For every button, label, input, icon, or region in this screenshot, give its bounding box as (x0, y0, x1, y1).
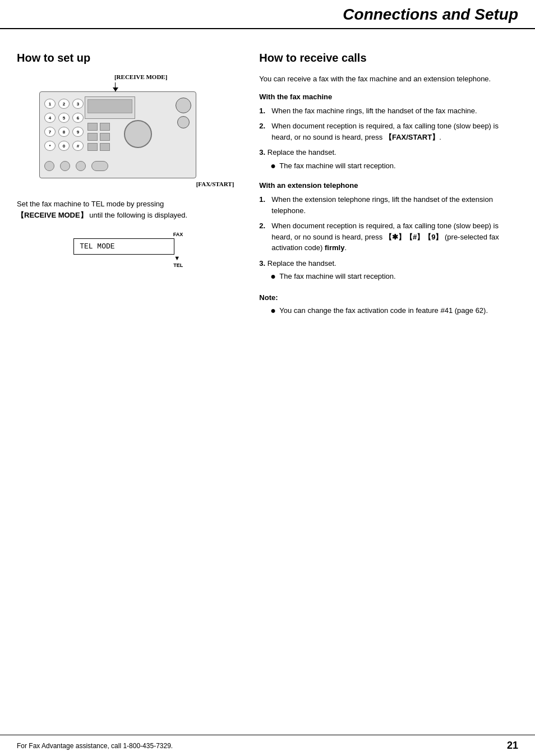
ctrl-btn-3 (87, 133, 98, 141)
firmly-text: firmly (325, 243, 344, 252)
key-2: 2 (58, 99, 70, 109)
left-section-title: How to set up (17, 52, 242, 64)
bottom-circle-2 (60, 161, 70, 171)
step-text-3: Replace the handset. (268, 148, 336, 156)
center-controls (87, 123, 110, 151)
side-buttons (176, 98, 191, 128)
ext-step-3-inner: 3. Replace the handset. ● The fax machin… (259, 258, 395, 284)
ext-bullet-text-1: The fax machine will start reception. (279, 271, 395, 282)
left-column: How to set up [RECEIVE MODE] 1 2 3 (17, 52, 242, 318)
arrow-down-line (115, 82, 116, 91)
fax-machine-steps: 1. When the fax machine rings, lift the … (259, 105, 518, 174)
ctrl-row-2 (87, 133, 110, 141)
ctrl-row-1 (87, 123, 110, 131)
setup-description: Set the fax machine to TEL mode by press… (17, 199, 242, 220)
fax-start-label: [FAX/START] (17, 181, 242, 187)
arrow-spacer (28, 82, 185, 91)
key-star: * (44, 141, 56, 151)
dial-wheel (124, 120, 152, 148)
fax-bullet-text-1: The fax machine will start reception. (279, 160, 395, 172)
ext-step-text-1: When the extension telephone rings, lift… (271, 194, 518, 216)
fax-step-1: 1. When the fax machine rings, lift the … (259, 105, 518, 117)
key-1: 1 (44, 99, 56, 109)
lcd-container: FAX TEL MODE ▼ TEL (73, 232, 186, 268)
bottom-circle-3 (76, 161, 86, 171)
arrow-down-head (113, 87, 118, 91)
fax-display (85, 96, 135, 119)
subsection-ext-phone-title: With an extension telephone (259, 181, 518, 190)
fax-step-3: 3. Replace the handset. ● The fax machin… (259, 147, 518, 173)
key-4: 4 (44, 113, 56, 123)
ext-step-num-3: 3. (259, 259, 265, 268)
footer-text: For Fax Advantage assistance, call 1-800… (17, 742, 173, 750)
fax-bullet-1: ● The fax machine will start reception. (270, 160, 395, 172)
ext-step-3-bullets: ● The fax machine will start reception. (270, 271, 395, 282)
page-title: Connections and Setup (17, 6, 518, 24)
lcd-arrow-icon: ▼ (174, 255, 180, 261)
right-section-intro: You can receive a fax with the fax machi… (259, 73, 518, 85)
note-bullet-1: ● You can change the fax activation code… (270, 305, 518, 316)
ctrl-btn-4 (100, 133, 110, 141)
bottom-circle-1 (44, 161, 54, 171)
page-header: Connections and Setup (0, 0, 535, 29)
lcd-text: TEL MODE (80, 242, 114, 251)
note-bullet-dot-1: ● (270, 305, 276, 316)
key-6: 6 (72, 113, 84, 123)
step-text-1: When the fax machine rings, lift the han… (271, 105, 477, 117)
page-number: 21 (507, 740, 518, 752)
ext-step-num-2: 2. (259, 220, 268, 253)
lcd-box: TEL MODE (73, 238, 174, 255)
fax-machine-diagram: 1 2 3 4 5 6 7 8 9 * 0 # (39, 91, 196, 178)
subsection-fax-machine-title: With the fax machine (259, 93, 518, 101)
fax-start-key: 【FAX/START】 (385, 133, 439, 141)
keypad: 1 2 3 4 5 6 7 8 9 * 0 # (44, 99, 85, 153)
ext-step-2: 2. When document reception is required, … (259, 220, 518, 253)
key-9: 9 (72, 127, 84, 137)
ext-step-1: 1. When the extension telephone rings, l… (259, 194, 518, 216)
ext-step-3: 3. Replace the handset. ● The fax machin… (259, 258, 518, 284)
ext-phone-steps: 1. When the extension telephone rings, l… (259, 194, 518, 284)
fax-step-3-bullets: ● The fax machine will start reception. (270, 160, 395, 172)
diagram-wrapper: [RECEIVE MODE] 1 2 3 4 5 6 (17, 73, 242, 187)
step-num-1: 1. (259, 105, 268, 117)
step-num-2: 2. (259, 121, 268, 142)
fax-step-2: 2. When document reception is required, … (259, 121, 518, 142)
step-num-3: 3. (259, 148, 265, 156)
key-5: 5 (58, 113, 70, 123)
side-button-small (177, 116, 190, 128)
ctrl-row-3 (87, 143, 110, 151)
key-7: 7 (44, 127, 56, 137)
key-0: 0 (58, 141, 70, 151)
lcd-tel-label: TEL (73, 262, 186, 268)
content-area: How to set up [RECEIVE MODE] 1 2 3 (0, 29, 535, 352)
fax-step-3-inner: 3. Replace the handset. ● The fax machin… (259, 147, 395, 173)
ext-step-text-2: When document reception is required, a f… (271, 220, 518, 253)
ext-bullet-1: ● The fax machine will start reception. (270, 271, 395, 282)
note-bullets: ● You can change the fax activation code… (270, 305, 518, 316)
key-hash: # (72, 141, 84, 151)
right-section-title: How to receive calls (259, 52, 518, 64)
note-title: Note: (259, 293, 518, 302)
ext-step-num-1: 1. (259, 194, 268, 216)
bottom-row (44, 161, 191, 171)
key-8: 8 (58, 127, 70, 137)
ctrl-btn-2 (100, 123, 110, 131)
side-button-large (176, 98, 191, 113)
ext-step-text-3: Replace the handset. (268, 259, 336, 268)
receive-mode-bracket: [RECEIVE MODE] (114, 73, 167, 80)
bottom-oval (91, 161, 108, 171)
star-key: 【✱】【#】【9】 (385, 233, 442, 241)
page-footer: For Fax Advantage assistance, call 1-800… (0, 735, 535, 756)
note-bullet-text-1: You can change the fax activation code i… (279, 305, 488, 316)
note-section: Note: ● You can change the fax activatio… (259, 293, 518, 316)
right-column: How to receive calls You can receive a f… (259, 52, 518, 318)
fax-start-bracket: [FAX/START] (196, 181, 234, 187)
receive-mode-label: [RECEIVE MODE] (39, 73, 242, 80)
receive-mode-inline: 【RECEIVE MODE】 (17, 211, 87, 219)
lcd-fax-label: FAX (73, 232, 186, 237)
key-3: 3 (72, 99, 84, 109)
ctrl-btn-5 (87, 143, 98, 151)
lcd-arrow-row: ▼ (73, 255, 186, 261)
step-text-2: When document reception is required, a f… (271, 121, 518, 142)
bullet-dot-1: ● (270, 160, 276, 172)
